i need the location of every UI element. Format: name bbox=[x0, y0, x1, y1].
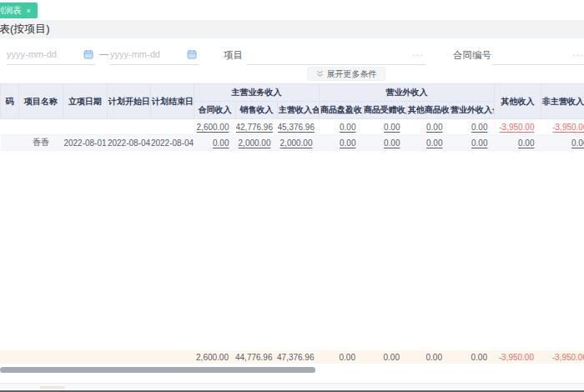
amount-drilldown-link[interactable]: 0.00 bbox=[471, 138, 487, 148]
cell-amount: 0.00 bbox=[541, 135, 584, 151]
page-title: 表(按项目) bbox=[0, 20, 50, 38]
contract-field: ··· bbox=[492, 45, 584, 65]
filter-panel: — 项目 ··· 合同编号 ··· 展开更多条件 bbox=[0, 38, 584, 83]
amount-drilldown-link[interactable]: 0.00 bbox=[518, 138, 534, 148]
horizontal-scrollbar-thumb[interactable] bbox=[0, 367, 315, 373]
calendar-icon[interactable] bbox=[83, 49, 93, 59]
col-header-contract-revenue: 合同收入 bbox=[194, 102, 236, 119]
col-header-goods-donated-revenue: 商品受赠收入 bbox=[363, 102, 407, 119]
cell-amount: 2,000.00 bbox=[278, 135, 320, 151]
project-field: ··· bbox=[247, 45, 425, 65]
totals-amount: -3,950.00 bbox=[494, 350, 541, 364]
tab-close-icon[interactable]: × bbox=[27, 7, 31, 15]
project-picker-ellipsis-icon[interactable]: ··· bbox=[412, 50, 424, 60]
totals-empty-cell bbox=[107, 350, 150, 364]
cell-amount: 0.00 bbox=[320, 119, 363, 135]
col-header-nonoperating-revenue-total: 营业外收入合计 bbox=[450, 102, 495, 119]
horizontal-scrollbar-track bbox=[0, 367, 584, 374]
cell-plan-end-date bbox=[151, 119, 194, 135]
contract-filter-label: 合同编号 bbox=[453, 49, 491, 62]
col-header-setup-date: 立项日期 bbox=[63, 84, 108, 119]
cell-amount: -3,950.00 bbox=[541, 119, 584, 135]
totals-empty-cell bbox=[63, 350, 107, 364]
tab-income-report[interactable]: 利润表× bbox=[0, 3, 38, 18]
cell-project-code bbox=[1, 119, 19, 135]
cell-amount: 0.00 bbox=[495, 135, 541, 151]
contract-picker-ellipsis-icon[interactable]: ··· bbox=[572, 50, 584, 60]
cell-project-name: 香香 bbox=[19, 135, 63, 151]
totals-amount: -3,950.00 bbox=[541, 350, 584, 364]
cell-amount: 45,376.96 bbox=[278, 119, 320, 135]
totals-empty-cell bbox=[150, 350, 194, 364]
totals-amount: 2,600.00 bbox=[194, 350, 235, 364]
col-header-goods-surplus-revenue: 商品盘盈收入 bbox=[320, 102, 363, 119]
amount-drilldown-link[interactable]: 2,000.00 bbox=[239, 138, 271, 148]
col-group-nonoperating-revenue: 营业外收入 bbox=[320, 84, 495, 102]
totals-amount: 0.00 bbox=[362, 350, 406, 364]
amount-drilldown-link[interactable]: -3,950.00 bbox=[499, 123, 534, 132]
amount-drilldown-link[interactable]: 0.00 bbox=[426, 123, 442, 132]
amount-drilldown-link[interactable]: 0.00 bbox=[426, 138, 442, 148]
amount-drilldown-link[interactable]: 2,000.00 bbox=[280, 138, 313, 148]
amount-drilldown-link[interactable]: 45,376.96 bbox=[278, 123, 315, 132]
amount-drilldown-link[interactable]: -3,950.00 bbox=[552, 123, 584, 132]
calendar-icon[interactable] bbox=[187, 49, 197, 59]
col-header-other-income: 其他收入 bbox=[495, 84, 541, 119]
totals-table: 2,600.0044,776.9647,376.960.000.000.000.… bbox=[0, 350, 584, 364]
totals-amount: 47,376.96 bbox=[277, 350, 319, 364]
amount-drilldown-link[interactable]: 2,600.00 bbox=[197, 123, 229, 132]
bottom-strip bbox=[0, 383, 584, 392]
totals-empty-cell bbox=[0, 350, 18, 364]
table-row: 香香2022-08-012022-08-042022-08-040.002,00… bbox=[1, 135, 584, 151]
totals-amount: 44,776.96 bbox=[235, 350, 277, 364]
totals-amount: 0.00 bbox=[319, 350, 362, 364]
cell-amount: 42,776.96 bbox=[236, 119, 278, 135]
amount-drilldown-link[interactable]: 0.00 bbox=[213, 138, 229, 148]
expand-more-filters-button[interactable]: 展开更多条件 bbox=[307, 67, 385, 81]
amount-drilldown-link[interactable]: 0.00 bbox=[340, 138, 355, 148]
col-header-other-goods-revenue: 其他商品收入 bbox=[407, 102, 450, 119]
cell-plan-start-date bbox=[108, 119, 151, 135]
date-start-input[interactable] bbox=[7, 45, 95, 63]
col-header-project-code: 码 bbox=[1, 84, 19, 119]
cell-amount: 0.00 bbox=[194, 135, 236, 151]
cell-amount: 2,600.00 bbox=[194, 119, 236, 135]
tab-label: 利润表 bbox=[0, 5, 22, 15]
amount-drilldown-link[interactable]: 0.00 bbox=[471, 123, 487, 132]
cell-plan-start-date: 2022-08-04 bbox=[108, 135, 151, 151]
date-start-field bbox=[7, 45, 95, 65]
col-header-sales-revenue: 销售收入 bbox=[236, 102, 278, 119]
amount-drilldown-link[interactable]: 0.00 bbox=[340, 123, 355, 132]
cell-project-code bbox=[1, 135, 19, 151]
amount-drilldown-link[interactable]: 0.00 bbox=[384, 123, 400, 132]
cell-amount: 0.00 bbox=[363, 119, 407, 135]
cell-amount: 0.00 bbox=[320, 135, 363, 151]
page-title-bar: 表(按项目) bbox=[0, 20, 584, 38]
contract-input[interactable] bbox=[492, 45, 584, 63]
cell-setup-date: 2022-08-01 bbox=[63, 135, 108, 151]
cell-amount: 0.00 bbox=[407, 135, 450, 151]
amount-drilldown-link[interactable]: 0.00 bbox=[384, 138, 400, 148]
date-end-input[interactable] bbox=[110, 45, 199, 63]
totals-row: 2,600.0044,776.9647,376.960.000.000.000.… bbox=[0, 350, 584, 364]
cell-plan-end-date: 2022-08-04 bbox=[151, 135, 194, 151]
project-input[interactable] bbox=[247, 45, 425, 63]
amount-drilldown-link[interactable]: 0.00 bbox=[571, 138, 584, 148]
cell-amount: 0.00 bbox=[407, 119, 450, 135]
amount-drilldown-link[interactable]: 42,776.96 bbox=[236, 123, 274, 132]
cell-amount: 0.00 bbox=[450, 135, 495, 151]
col-header-project-name: 项目名称 bbox=[19, 84, 63, 119]
col-header-plan-start-date: 计划开始日期 bbox=[108, 84, 151, 119]
date-end-field bbox=[110, 45, 199, 65]
project-filter-label: 项目 bbox=[224, 49, 243, 62]
bottom-strip-artifact bbox=[40, 386, 65, 389]
totals-empty-cell bbox=[18, 350, 63, 364]
col-header-main-revenue-total: 主营收入合计 bbox=[278, 102, 320, 119]
date-range-separator: — bbox=[99, 48, 108, 58]
cell-amount: -3,950.00 bbox=[495, 119, 541, 135]
col-header-nonmain-revenue-total: 非主营收入合计 bbox=[541, 84, 584, 119]
col-group-main-revenue: 主营业务收入 bbox=[194, 84, 320, 102]
totals-amount: 0.00 bbox=[406, 350, 449, 364]
tab-bar: 利润表× bbox=[0, 0, 584, 20]
totals-amount: 0.00 bbox=[449, 350, 494, 364]
